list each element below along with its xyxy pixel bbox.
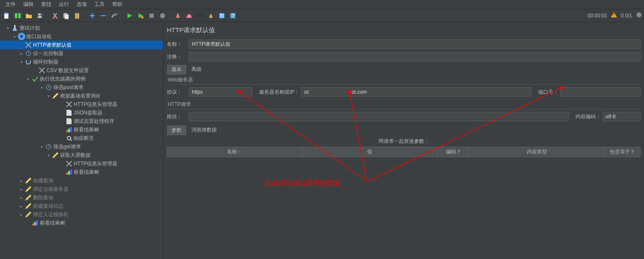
tree-panel[interactable]: ▾测试计划▾接口自动化HTTP请求默认值▸仅一次控制器▾循环控制器CSV 数据文…: [0, 22, 163, 259]
tree-item-label: 接口自动化: [26, 33, 52, 40]
expander-icon[interactable]: ▸: [19, 187, 24, 192]
tree-item[interactable]: ▸新建案场日志: [0, 202, 163, 210]
port-input[interactable]: [560, 87, 641, 97]
svg-rect-14: [149, 14, 154, 18]
search-icon[interactable]: [195, 11, 205, 21]
expander-icon[interactable]: ▾: [39, 145, 44, 149]
tab-advanced[interactable]: 高级: [187, 65, 206, 75]
tree-item[interactable]: ▸仅一次控制器: [0, 49, 163, 58]
tree-item[interactable]: 察看结果树: [0, 168, 163, 176]
tree-item-label: 绑定边缘服务器: [33, 186, 69, 193]
menu-options[interactable]: 选项: [73, 0, 90, 9]
svg-text:!: !: [614, 12, 615, 18]
col-encode[interactable]: 编码？: [437, 147, 469, 157]
protocol-input[interactable]: [189, 87, 252, 97]
warning-icon[interactable]: !: [611, 11, 617, 19]
tree-item-label: 筛选get请求: [53, 143, 81, 150]
tree-item[interactable]: CSV 数据文件设置: [0, 66, 163, 75]
expander-icon[interactable]: ▸: [19, 212, 24, 217]
tree-item[interactable]: ▸绑定人证核验机: [0, 210, 163, 219]
tree-item[interactable]: HTTP请求默认值: [0, 41, 163, 49]
svg-text:fn: fn: [220, 13, 224, 19]
clear-all-icon[interactable]: [184, 11, 194, 21]
expander-icon[interactable]: ▾: [5, 26, 10, 31]
comment-input[interactable]: [189, 52, 641, 61]
function-icon[interactable]: fn: [217, 11, 227, 21]
tree-item[interactable]: ▸创建案场: [0, 176, 163, 185]
wrench-icon[interactable]: [109, 11, 119, 21]
col-type[interactable]: 内容类型: [469, 147, 605, 157]
tree-item[interactable]: 察看结果树: [0, 125, 163, 134]
tree-item[interactable]: ▾根据案场名查询id: [0, 92, 163, 100]
run-no-pause-icon[interactable]: [135, 11, 146, 21]
tree-item[interactable]: 察看结果树: [0, 219, 163, 227]
new-icon[interactable]: [2, 11, 12, 21]
save-icon[interactable]: [35, 11, 45, 21]
menu-help[interactable]: 帮助: [109, 0, 126, 9]
col-value[interactable]: 值: [302, 147, 438, 157]
tab-body[interactable]: 消息体数据: [187, 125, 221, 135]
server-input[interactable]: [301, 87, 531, 97]
tree-item[interactable]: ▾测试计划: [0, 24, 163, 32]
tree-item[interactable]: ▾筛选get请求: [0, 142, 163, 151]
tree-item[interactable]: ▾接口自动化: [0, 32, 163, 41]
clear-icon[interactable]: [173, 11, 183, 21]
encoding-input[interactable]: [603, 112, 641, 121]
svg-rect-5: [38, 16, 41, 18]
server-label: 服务器名称或IP：: [259, 89, 299, 96]
expander-icon[interactable]: ▾: [12, 34, 17, 39]
tree-item-label: 响应断言: [74, 135, 94, 142]
menu-tools[interactable]: 工具: [91, 0, 108, 9]
run-icon[interactable]: [124, 11, 135, 21]
cut-icon[interactable]: [50, 11, 60, 21]
svg-point-15: [160, 13, 165, 18]
tree-item[interactable]: 调试后置处理程序: [0, 117, 163, 125]
plus-icon[interactable]: [87, 11, 97, 21]
tree-item[interactable]: ▸绑定边缘服务器: [0, 185, 163, 193]
tree-item[interactable]: ▾筛选post请求: [0, 83, 163, 92]
shutdown-icon[interactable]: [158, 11, 168, 21]
tree-item[interactable]: ▾执行优先级高的用例: [0, 75, 163, 83]
expander-icon[interactable]: ▾: [39, 85, 44, 90]
copy-icon[interactable]: [61, 11, 71, 21]
open-icon[interactable]: [24, 11, 34, 21]
expander-icon[interactable]: ▾: [46, 94, 51, 98]
stop-icon[interactable]: [146, 11, 157, 21]
doc-icon: [66, 109, 72, 116]
tree-item[interactable]: JSON提取器: [0, 109, 163, 117]
name-input[interactable]: [189, 39, 641, 49]
expander-icon[interactable]: ▸: [19, 51, 24, 56]
col-include[interactable]: 包含等于？: [605, 147, 641, 157]
tree-item[interactable]: 响应断言: [0, 134, 163, 142]
expander-icon[interactable]: ▸: [19, 195, 24, 200]
reset-search-icon[interactable]: [206, 11, 216, 21]
tree-item[interactable]: ▾获取大屏数据: [0, 151, 163, 159]
tab-params[interactable]: 参数: [167, 125, 186, 135]
menu-search[interactable]: 查找: [38, 0, 55, 9]
path-input[interactable]: [189, 112, 569, 121]
expander-icon[interactable]: ▸: [19, 178, 24, 183]
expander-icon[interactable]: ▾: [46, 153, 51, 158]
paste-icon[interactable]: [72, 11, 82, 21]
tree-item[interactable]: ▸删除案场: [0, 193, 163, 202]
expander-icon[interactable]: ▾: [19, 60, 24, 64]
svg-rect-6: [39, 14, 41, 15]
gear-icon: [18, 33, 25, 40]
menu-edit[interactable]: 编辑: [20, 0, 37, 9]
menubar: 文件 编辑 查找 运行 选项 工具 帮助: [0, 0, 644, 9]
tree-item-label: HTTP信息头管理器: [74, 101, 117, 108]
expander-icon[interactable]: ▾: [25, 77, 30, 81]
menu-run[interactable]: 运行: [55, 0, 72, 9]
menu-file[interactable]: 文件: [2, 0, 19, 9]
tree-item[interactable]: HTTP信息头管理器: [0, 159, 163, 168]
minus-icon[interactable]: [98, 11, 108, 21]
pencil-icon: [25, 177, 32, 184]
templates-icon[interactable]: [13, 11, 23, 21]
expander-icon[interactable]: ▸: [19, 204, 24, 209]
tab-basic[interactable]: 基本: [167, 65, 186, 75]
status-bar: 00:00:01 ! 0 0/1: [588, 11, 642, 19]
tree-item[interactable]: HTTP信息头管理器: [0, 100, 163, 109]
col-name[interactable]: 名称：: [167, 147, 302, 157]
help-icon[interactable]: ?: [228, 11, 238, 21]
tree-item[interactable]: ▾循环控制器: [0, 58, 163, 66]
